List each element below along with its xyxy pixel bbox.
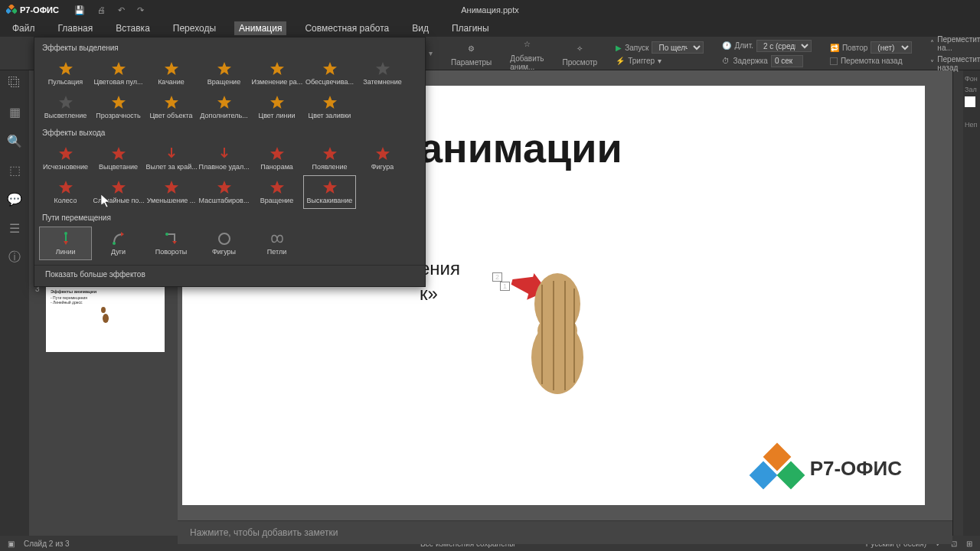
trigger-field[interactable]: ⚡ Триггер ▾ [616, 57, 704, 65]
fx-emphasis-item[interactable]: Дополнитель... [198, 90, 250, 124]
slides-icon[interactable]: ▦ [7, 104, 22, 119]
menu-animation[interactable]: Анимация [234, 21, 286, 35]
zoom-icon[interactable]: ⊞ [966, 540, 972, 548]
start-field: ▶ Запуск По щелчку [616, 41, 704, 54]
menu-plugins[interactable]: Плагины [447, 21, 494, 35]
fx-exit-item[interactable]: Выцветание [92, 142, 145, 175]
star-icon [111, 61, 126, 77]
gallery-expand-icon[interactable]: ▾ [429, 49, 433, 57]
fx-emphasis-item[interactable]: Высветление [39, 90, 92, 124]
path-icon [111, 231, 126, 246]
info-icon[interactable]: ⓘ [7, 249, 22, 265]
fx-exit-item[interactable]: Вращение [250, 175, 303, 209]
svg-point-28 [64, 232, 67, 235]
presentation-mode-icon[interactable]: ▣ [8, 540, 15, 548]
star-icon [217, 95, 232, 110]
copy-icon[interactable]: ⿻ [7, 75, 22, 90]
more-effects-button[interactable]: Показать больше эффектов [34, 265, 425, 283]
preview-button[interactable]: ✧ Просмотр [563, 40, 598, 67]
star-icon [375, 146, 390, 161]
comments-icon[interactable]: ⬚ [7, 162, 22, 178]
star-icon [322, 61, 338, 77]
fx-emphasis-item[interactable]: Обесцвечива... [303, 57, 356, 90]
undo-button[interactable]: ↶ [118, 5, 125, 15]
delay-input[interactable] [771, 55, 803, 67]
fx-exit-item[interactable]: Панорама [250, 142, 303, 175]
search-icon[interactable]: 🔍 [7, 133, 22, 148]
svg-marker-8 [323, 62, 337, 75]
fx-emphasis-item[interactable]: Качание [145, 57, 198, 90]
svg-marker-29 [64, 241, 68, 245]
svg-marker-16 [59, 147, 73, 160]
right-scrollbar[interactable] [952, 70, 963, 536]
fx-exit-item[interactable]: Плавное удал... [198, 142, 250, 175]
exit-grid: ИсчезновениеВыцветаниеВылет за край...Пл… [34, 140, 425, 210]
fx-path-item[interactable]: Петли [250, 227, 303, 260]
fx-emphasis-item[interactable]: Вращение [198, 57, 250, 90]
fx-exit-item[interactable]: Вылет за край... [145, 142, 198, 175]
fx-emphasis-item[interactable]: Цвет линии [250, 90, 303, 124]
save-button[interactable]: 💾 [74, 5, 85, 15]
fx-exit-item[interactable]: Фигура [356, 142, 409, 175]
fx-emphasis-item[interactable]: Затемнение [356, 57, 409, 90]
exit-section-title: Эффекты выхода [34, 126, 425, 140]
star-icon [111, 180, 126, 195]
fx-emphasis-item[interactable]: Пульсация [39, 57, 92, 90]
fx-path-item[interactable]: Фигуры [198, 227, 250, 260]
menu-insert[interactable]: Вставка [111, 21, 155, 35]
fx-emphasis-item[interactable]: Цвет объекта [145, 90, 198, 124]
notes-area[interactable]: Нажмите, чтобы добавить заметки [178, 520, 952, 544]
fx-emphasis-item[interactable]: Прозрачность [92, 90, 145, 124]
effects-gallery-popup: Эффекты выделения ПульсацияЦветовая пул.… [34, 37, 426, 287]
menu-transitions[interactable]: Переходы [168, 21, 220, 35]
repeat-select[interactable]: (нет) [871, 41, 912, 54]
fx-emphasis-item[interactable]: Изменение ра... [250, 57, 303, 90]
duration-select[interactable]: 2 с (средне) [756, 40, 812, 52]
star-icon [270, 180, 285, 195]
fx-emphasis-item[interactable]: Цвет заливки [303, 90, 356, 124]
preview-icon: ✧ [571, 40, 588, 57]
move-later-button[interactable]: ˅ Переместить назад [930, 55, 980, 72]
print-button[interactable]: 🖨 [97, 5, 106, 15]
fx-path-item[interactable]: Линии [39, 227, 92, 260]
fx-exit-item[interactable]: Исчезновение [39, 142, 92, 175]
chat-icon[interactable]: 💬 [7, 191, 22, 207]
fx-exit-item[interactable]: Колесо [39, 175, 92, 209]
svg-marker-9 [376, 62, 390, 75]
fx-exit-item[interactable]: Выскакивание [303, 175, 356, 209]
menu-view[interactable]: Вид [407, 21, 433, 35]
fill-color-swatch[interactable] [965, 96, 975, 107]
redo-button[interactable]: ↷ [137, 5, 144, 15]
svg-marker-5 [165, 62, 178, 75]
fx-exit-item[interactable]: Появление [303, 142, 356, 175]
fx-emphasis-item[interactable]: Цветовая пул... [92, 57, 145, 90]
svg-marker-7 [270, 62, 284, 75]
fx-path-item[interactable]: Дуги [92, 227, 145, 260]
add-animation-button[interactable]: ☆ Добавить аним... [510, 36, 544, 71]
app-logo: Р7-ОФИС [6, 5, 59, 15]
menu-file[interactable]: Файл [8, 21, 40, 35]
svg-marker-15 [323, 96, 337, 109]
menu-collab[interactable]: Совместная работа [300, 21, 394, 35]
star-icon [164, 146, 179, 161]
rewind-checkbox[interactable]: Перемотка назад [830, 57, 912, 65]
menu-home[interactable]: Главная [54, 21, 98, 35]
svg-rect-1 [6, 8, 11, 14]
svg-marker-26 [323, 181, 337, 194]
move-earlier-button[interactable]: ˄ Переместить на... [930, 35, 980, 52]
fx-path-item[interactable]: Повороты [145, 227, 198, 260]
start-select[interactable]: По щелчку [652, 41, 704, 54]
peanut-image[interactable] [527, 269, 588, 396]
fx-exit-item[interactable]: Случайные по... [92, 175, 145, 209]
star-icon [217, 180, 232, 195]
svg-marker-14 [270, 96, 284, 109]
star-icon [322, 95, 338, 110]
star-icon [58, 95, 74, 110]
fx-exit-item[interactable]: Уменьшение ... [145, 175, 198, 209]
slide-thumb-3[interactable]: Эффекты анимации - Пути перемещения - Ли… [46, 285, 165, 352]
svg-marker-13 [217, 96, 231, 109]
star-icon [322, 146, 338, 161]
list-icon[interactable]: ☰ [7, 220, 22, 236]
fx-exit-item[interactable]: Масштабиров... [198, 175, 250, 209]
params-button[interactable]: ⚙ Параметры [451, 40, 492, 67]
